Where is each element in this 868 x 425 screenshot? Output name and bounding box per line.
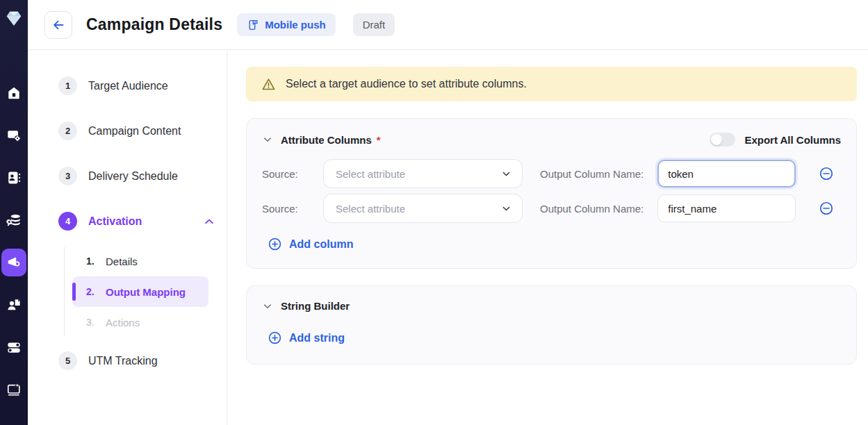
step-target-audience[interactable]: 1 Target Audience <box>58 76 218 95</box>
channel-badge-label: Mobile push <box>265 19 326 31</box>
back-button[interactable] <box>44 11 72 39</box>
gem-logo[interactable] <box>3 8 24 28</box>
source-label: Source: <box>262 168 323 180</box>
page-title: Campaign Details <box>86 15 222 34</box>
source-select[interactable]: Select attribute <box>323 194 523 223</box>
select-placeholder: Select attribute <box>336 168 405 180</box>
substep-label: Details <box>106 256 138 267</box>
home-icon[interactable] <box>1 79 26 107</box>
minus-circle-icon <box>819 166 834 181</box>
step-number: 2 <box>58 122 77 140</box>
main-pane: Campaign Details Mobile push Draft 1 Tar… <box>28 0 868 425</box>
step-label: Delivery Schedule <box>88 170 178 183</box>
chevron-down-icon <box>501 203 511 214</box>
add-string-button[interactable]: Add string <box>268 331 345 345</box>
status-badge-label: Draft <box>363 19 386 31</box>
icon-rail <box>0 0 28 425</box>
toggle-knob <box>711 134 722 145</box>
add-column-label: Add column <box>289 238 353 251</box>
mobile-push-icon <box>247 19 259 31</box>
minus-circle-icon <box>819 201 834 216</box>
step-number: 5 <box>58 351 77 370</box>
add-string-label: Add string <box>289 332 345 344</box>
app-root: Campaign Details Mobile push Draft 1 Tar… <box>0 0 868 425</box>
status-badge: Draft <box>353 13 395 36</box>
channel-badge: Mobile push <box>237 13 336 36</box>
string-builder-header: String Builder <box>262 300 841 312</box>
remove-column-button[interactable] <box>819 201 834 216</box>
step-utm-tracking[interactable]: 5 UTM Tracking <box>58 351 218 370</box>
output-column-name-input[interactable] <box>657 160 796 188</box>
address-book-icon[interactable] <box>1 164 26 192</box>
output-column-name-input[interactable] <box>657 194 796 222</box>
megaphone-icon[interactable] <box>1 249 26 276</box>
remove-column-button[interactable] <box>819 166 834 181</box>
output-column-name-label: Output Column Name: <box>540 168 644 180</box>
step-number: 1 <box>58 76 77 95</box>
step-label: Campaign Content <box>88 125 181 138</box>
arrow-left-icon <box>51 17 66 33</box>
source-label: Source: <box>262 203 323 215</box>
step-label: UTM Tracking <box>88 355 158 367</box>
attribute-row: Source: Select attribute Output Column N… <box>262 194 841 223</box>
export-all-columns-toggle[interactable] <box>710 133 735 147</box>
add-column-button[interactable]: Add column <box>268 237 353 251</box>
step-number: 3 <box>58 167 77 185</box>
screen-sparkle-icon[interactable] <box>1 376 26 403</box>
attribute-columns-header: Attribute Columns * Export All Columns <box>262 133 841 147</box>
device-gear-icon[interactable] <box>1 122 26 149</box>
chevron-down-icon[interactable] <box>262 134 273 145</box>
steps-panel: 1 Target Audience 2 Campaign Content 3 D… <box>28 50 227 425</box>
export-toggle-label: Export All Columns <box>744 134 841 146</box>
chevron-down-icon[interactable] <box>262 301 273 312</box>
export-toggle-group: Export All Columns <box>710 133 841 147</box>
activation-substeps: 1. Details 2. Output Mapping 3. Actions <box>58 246 227 338</box>
step-label: Target Audience <box>88 80 168 92</box>
substep-output-mapping[interactable]: 2. Output Mapping <box>72 276 208 307</box>
attribute-columns-card: Attribute Columns * Export All Columns S… <box>246 118 857 269</box>
substep-label: Output Mapping <box>106 286 186 298</box>
required-marker: * <box>377 134 381 146</box>
user-document-icon[interactable] <box>1 291 26 319</box>
page-header: Campaign Details Mobile push Draft <box>28 0 868 50</box>
card-title: Attribute Columns <box>281 134 372 146</box>
plus-circle-icon <box>268 237 282 251</box>
warning-text: Select a target audience to set attribut… <box>286 78 527 90</box>
substep-number: 3. <box>86 317 101 328</box>
warning-icon <box>261 77 276 92</box>
plus-circle-icon <box>268 331 282 345</box>
string-builder-card: String Builder Add string <box>246 285 857 365</box>
toggles-icon[interactable] <box>1 333 26 361</box>
warning-banner: Select a target audience to set attribut… <box>246 67 857 101</box>
substep-label: Actions <box>106 317 140 328</box>
source-select[interactable]: Select attribute <box>323 159 523 188</box>
select-placeholder: Select attribute <box>336 203 405 215</box>
step-label: Activation <box>88 215 142 228</box>
substep-number: 2. <box>86 286 101 297</box>
output-column-name-label: Output Column Name: <box>540 203 644 215</box>
step-number: 4 <box>58 212 77 231</box>
step-activation[interactable]: 4 Activation <box>58 212 218 231</box>
attribute-row: Source: Select attribute Output Column N… <box>262 159 841 188</box>
substep-details[interactable]: 1. Details <box>72 246 208 276</box>
step-delivery-schedule[interactable]: 3 Delivery Schedule <box>58 167 218 185</box>
substep-number: 1. <box>86 256 101 267</box>
chevron-down-icon <box>501 169 511 179</box>
substep-actions: 3. Actions <box>72 307 208 338</box>
step-campaign-content[interactable]: 2 Campaign Content <box>58 122 218 140</box>
card-title: String Builder <box>281 300 350 312</box>
body-row: 1 Target Audience 2 Campaign Content 3 D… <box>28 50 868 425</box>
data-tools-icon[interactable] <box>1 206 26 234</box>
rail-nav <box>1 79 26 403</box>
chevron-up-icon <box>203 215 215 228</box>
output-mapping-content: Select a target audience to set attribut… <box>227 50 868 425</box>
